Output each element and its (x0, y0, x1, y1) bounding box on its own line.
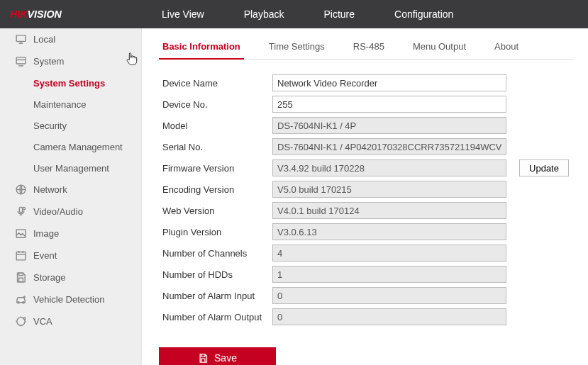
svg-text:HIKVISION: HIKVISION (10, 9, 62, 20)
settings-form: Device Name Device No. Model Serial No. (159, 72, 572, 327)
sidebar-sub-user-management[interactable]: User Management (0, 157, 141, 179)
nav-playback[interactable]: Playback (224, 0, 304, 28)
tab-rs485[interactable]: RS-485 (350, 41, 388, 60)
label-device-name: Device Name (159, 72, 269, 94)
sidebar-sub-maintenance[interactable]: Maintenance (0, 94, 141, 115)
label-number-of-channels: Number of Channels (159, 242, 269, 264)
input-firmware-version (272, 159, 506, 176)
car-icon (14, 293, 27, 306)
sidebar-label: Network (33, 184, 67, 195)
input-encoding-version (272, 181, 506, 198)
label-serial-no: Serial No. (159, 136, 269, 157)
sidebar-item-storage[interactable]: Storage (0, 266, 141, 288)
sidebar-item-system[interactable]: System (0, 50, 141, 72)
update-button[interactable]: Update (519, 159, 569, 176)
nav-live-view[interactable]: Live View (142, 0, 224, 28)
input-device-name[interactable] (272, 74, 506, 91)
sidebar-label: Local (33, 34, 55, 45)
monitor-icon (14, 33, 27, 46)
label-firmware-version: Firmware Version (159, 157, 269, 179)
sidebar-label: Image (33, 228, 59, 239)
content: Basic Information Time Settings RS-485 M… (142, 28, 588, 365)
label-device-no: Device No. (159, 94, 269, 115)
tab-time-settings[interactable]: Time Settings (265, 41, 328, 60)
input-number-of-hdds (272, 266, 506, 283)
tab-menu-output[interactable]: Menu Output (409, 41, 470, 60)
svg-rect-8 (18, 273, 23, 276)
svg-rect-2 (16, 57, 26, 64)
save-button[interactable]: Save (159, 347, 276, 365)
sidebar-item-vca[interactable]: VCA (0, 310, 141, 332)
input-plugin-version (272, 223, 506, 240)
save-icon (198, 353, 209, 364)
label-number-of-alarm-output: Number of Alarm Output (159, 306, 269, 327)
logo: HIKVISION (0, 8, 142, 21)
top-nav: Live View Playback Picture Configuration (142, 0, 473, 28)
label-number-of-alarm-input: Number of Alarm Input (159, 285, 269, 306)
input-serial-no (272, 138, 506, 155)
sidebar-sub-camera-management[interactable]: Camera Management (0, 136, 141, 157)
sidebar-item-network[interactable]: Network (0, 179, 141, 201)
label-number-of-hdds: Number of HDDs (159, 264, 269, 285)
svg-point-5 (22, 207, 25, 210)
sidebar-label: Video/Audio (33, 206, 83, 217)
svg-rect-7 (16, 252, 26, 260)
input-number-of-channels (272, 245, 506, 262)
sidebar-item-event[interactable]: Event (0, 245, 141, 266)
sidebar-item-image[interactable]: Image (0, 223, 141, 245)
label-model: Model (159, 115, 269, 136)
calendar-icon (14, 249, 27, 262)
topbar: HIKVISION Live View Playback Picture Con… (0, 0, 588, 28)
sidebar-item-vehicle-detection[interactable]: Vehicle Detection (0, 288, 141, 310)
svg-rect-4 (19, 207, 22, 213)
input-web-version (272, 202, 506, 219)
sidebar-label: Event (33, 250, 57, 261)
sidebar-sub-system-settings[interactable]: System Settings (0, 72, 141, 94)
input-device-no[interactable] (272, 96, 506, 113)
save-icon (14, 271, 27, 284)
sidebar: Local System System Settings Maintenance… (0, 28, 142, 365)
label-plugin-version: Plugin Version (159, 221, 269, 242)
save-label: Save (214, 352, 237, 364)
image-icon (14, 228, 27, 240)
system-icon (14, 55, 27, 68)
vca-icon (14, 315, 27, 328)
sidebar-label: Storage (33, 272, 66, 283)
tab-about[interactable]: About (491, 41, 522, 60)
nav-configuration[interactable]: Configuration (375, 0, 473, 28)
svg-point-13 (23, 318, 26, 320)
sidebar-label: System (33, 56, 64, 67)
sidebar-item-local[interactable]: Local (0, 28, 141, 50)
sidebar-item-video-audio[interactable]: Video/Audio (0, 201, 141, 223)
input-number-of-alarm-output (272, 308, 506, 325)
svg-rect-1 (16, 35, 26, 42)
svg-rect-9 (18, 278, 23, 282)
label-encoding-version: Encoding Version (159, 179, 269, 200)
label-web-version: Web Version (159, 200, 269, 221)
sidebar-label: VCA (33, 316, 52, 327)
input-model (272, 117, 506, 134)
sidebar-label: Vehicle Detection (33, 294, 104, 305)
tabs: Basic Information Time Settings RS-485 M… (159, 41, 574, 60)
globe-icon (14, 184, 27, 196)
input-number-of-alarm-input (272, 287, 506, 304)
tab-basic-information[interactable]: Basic Information (159, 41, 244, 60)
sidebar-sub-security[interactable]: Security (0, 115, 141, 136)
mic-icon (14, 206, 27, 218)
nav-picture[interactable]: Picture (304, 0, 375, 28)
